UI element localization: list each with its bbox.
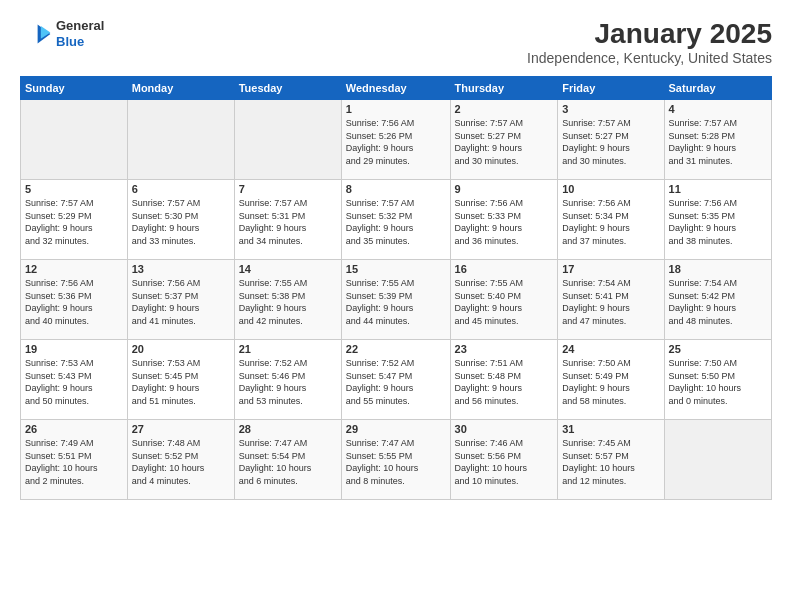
day-number: 30 — [455, 423, 554, 435]
calendar-cell: 13Sunrise: 7:56 AM Sunset: 5:37 PM Dayli… — [127, 260, 234, 340]
day-info: Sunrise: 7:46 AM Sunset: 5:56 PM Dayligh… — [455, 437, 554, 487]
day-number: 4 — [669, 103, 767, 115]
day-number: 26 — [25, 423, 123, 435]
day-number: 24 — [562, 343, 659, 355]
calendar-cell: 3Sunrise: 7:57 AM Sunset: 5:27 PM Daylig… — [558, 100, 664, 180]
calendar-cell: 28Sunrise: 7:47 AM Sunset: 5:54 PM Dayli… — [234, 420, 341, 500]
day-info: Sunrise: 7:56 AM Sunset: 5:37 PM Dayligh… — [132, 277, 230, 327]
day-info: Sunrise: 7:53 AM Sunset: 5:43 PM Dayligh… — [25, 357, 123, 407]
day-number: 15 — [346, 263, 446, 275]
weekday-header-friday: Friday — [558, 77, 664, 100]
calendar-header: SundayMondayTuesdayWednesdayThursdayFrid… — [21, 77, 772, 100]
logo-text: General Blue — [56, 18, 104, 49]
title-section: January 2025 Independence, Kentucky, Uni… — [527, 18, 772, 66]
calendar-cell: 29Sunrise: 7:47 AM Sunset: 5:55 PM Dayli… — [341, 420, 450, 500]
calendar-cell: 30Sunrise: 7:46 AM Sunset: 5:56 PM Dayli… — [450, 420, 558, 500]
calendar-week-1: 5Sunrise: 7:57 AM Sunset: 5:29 PM Daylig… — [21, 180, 772, 260]
calendar-cell: 16Sunrise: 7:55 AM Sunset: 5:40 PM Dayli… — [450, 260, 558, 340]
day-info: Sunrise: 7:51 AM Sunset: 5:48 PM Dayligh… — [455, 357, 554, 407]
calendar-cell: 6Sunrise: 7:57 AM Sunset: 5:30 PM Daylig… — [127, 180, 234, 260]
day-number: 6 — [132, 183, 230, 195]
day-info: Sunrise: 7:55 AM Sunset: 5:40 PM Dayligh… — [455, 277, 554, 327]
day-number: 21 — [239, 343, 337, 355]
calendar-cell: 11Sunrise: 7:56 AM Sunset: 5:35 PM Dayli… — [664, 180, 771, 260]
calendar-cell: 14Sunrise: 7:55 AM Sunset: 5:38 PM Dayli… — [234, 260, 341, 340]
day-info: Sunrise: 7:52 AM Sunset: 5:47 PM Dayligh… — [346, 357, 446, 407]
day-info: Sunrise: 7:57 AM Sunset: 5:27 PM Dayligh… — [455, 117, 554, 167]
day-info: Sunrise: 7:57 AM Sunset: 5:28 PM Dayligh… — [669, 117, 767, 167]
weekday-row: SundayMondayTuesdayWednesdayThursdayFrid… — [21, 77, 772, 100]
day-info: Sunrise: 7:56 AM Sunset: 5:34 PM Dayligh… — [562, 197, 659, 247]
calendar-cell — [234, 100, 341, 180]
day-number: 5 — [25, 183, 123, 195]
day-info: Sunrise: 7:50 AM Sunset: 5:49 PM Dayligh… — [562, 357, 659, 407]
calendar-week-3: 19Sunrise: 7:53 AM Sunset: 5:43 PM Dayli… — [21, 340, 772, 420]
calendar-cell: 12Sunrise: 7:56 AM Sunset: 5:36 PM Dayli… — [21, 260, 128, 340]
subtitle: Independence, Kentucky, United States — [527, 50, 772, 66]
day-number: 16 — [455, 263, 554, 275]
logo-general: General — [56, 18, 104, 34]
day-number: 19 — [25, 343, 123, 355]
day-info: Sunrise: 7:54 AM Sunset: 5:41 PM Dayligh… — [562, 277, 659, 327]
calendar-cell — [127, 100, 234, 180]
weekday-header-saturday: Saturday — [664, 77, 771, 100]
logo-blue: Blue — [56, 34, 104, 50]
logo: General Blue — [20, 18, 104, 50]
calendar-cell — [664, 420, 771, 500]
day-number: 7 — [239, 183, 337, 195]
day-info: Sunrise: 7:57 AM Sunset: 5:31 PM Dayligh… — [239, 197, 337, 247]
day-info: Sunrise: 7:47 AM Sunset: 5:55 PM Dayligh… — [346, 437, 446, 487]
calendar-cell: 22Sunrise: 7:52 AM Sunset: 5:47 PM Dayli… — [341, 340, 450, 420]
header: General Blue January 2025 Independence, … — [20, 18, 772, 66]
day-info: Sunrise: 7:55 AM Sunset: 5:38 PM Dayligh… — [239, 277, 337, 327]
calendar-cell: 17Sunrise: 7:54 AM Sunset: 5:41 PM Dayli… — [558, 260, 664, 340]
day-number: 12 — [25, 263, 123, 275]
logo-icon — [20, 18, 52, 50]
day-info: Sunrise: 7:56 AM Sunset: 5:33 PM Dayligh… — [455, 197, 554, 247]
day-info: Sunrise: 7:55 AM Sunset: 5:39 PM Dayligh… — [346, 277, 446, 327]
calendar-cell: 1Sunrise: 7:56 AM Sunset: 5:26 PM Daylig… — [341, 100, 450, 180]
day-info: Sunrise: 7:57 AM Sunset: 5:32 PM Dayligh… — [346, 197, 446, 247]
day-number: 27 — [132, 423, 230, 435]
calendar-week-4: 26Sunrise: 7:49 AM Sunset: 5:51 PM Dayli… — [21, 420, 772, 500]
calendar-cell: 19Sunrise: 7:53 AM Sunset: 5:43 PM Dayli… — [21, 340, 128, 420]
day-info: Sunrise: 7:56 AM Sunset: 5:35 PM Dayligh… — [669, 197, 767, 247]
day-number: 31 — [562, 423, 659, 435]
weekday-header-monday: Monday — [127, 77, 234, 100]
calendar-cell: 20Sunrise: 7:53 AM Sunset: 5:45 PM Dayli… — [127, 340, 234, 420]
day-info: Sunrise: 7:50 AM Sunset: 5:50 PM Dayligh… — [669, 357, 767, 407]
weekday-header-thursday: Thursday — [450, 77, 558, 100]
day-number: 2 — [455, 103, 554, 115]
day-number: 23 — [455, 343, 554, 355]
day-info: Sunrise: 7:45 AM Sunset: 5:57 PM Dayligh… — [562, 437, 659, 487]
calendar-cell: 5Sunrise: 7:57 AM Sunset: 5:29 PM Daylig… — [21, 180, 128, 260]
calendar-cell: 9Sunrise: 7:56 AM Sunset: 5:33 PM Daylig… — [450, 180, 558, 260]
calendar-cell: 15Sunrise: 7:55 AM Sunset: 5:39 PM Dayli… — [341, 260, 450, 340]
calendar-cell: 8Sunrise: 7:57 AM Sunset: 5:32 PM Daylig… — [341, 180, 450, 260]
day-info: Sunrise: 7:56 AM Sunset: 5:26 PM Dayligh… — [346, 117, 446, 167]
calendar-cell: 23Sunrise: 7:51 AM Sunset: 5:48 PM Dayli… — [450, 340, 558, 420]
calendar-cell — [21, 100, 128, 180]
calendar-cell: 31Sunrise: 7:45 AM Sunset: 5:57 PM Dayli… — [558, 420, 664, 500]
calendar-cell: 2Sunrise: 7:57 AM Sunset: 5:27 PM Daylig… — [450, 100, 558, 180]
weekday-header-sunday: Sunday — [21, 77, 128, 100]
calendar-cell: 4Sunrise: 7:57 AM Sunset: 5:28 PM Daylig… — [664, 100, 771, 180]
day-info: Sunrise: 7:53 AM Sunset: 5:45 PM Dayligh… — [132, 357, 230, 407]
day-info: Sunrise: 7:48 AM Sunset: 5:52 PM Dayligh… — [132, 437, 230, 487]
day-number: 1 — [346, 103, 446, 115]
day-number: 17 — [562, 263, 659, 275]
page: General Blue January 2025 Independence, … — [0, 0, 792, 612]
calendar-cell: 25Sunrise: 7:50 AM Sunset: 5:50 PM Dayli… — [664, 340, 771, 420]
day-number: 22 — [346, 343, 446, 355]
day-number: 10 — [562, 183, 659, 195]
day-info: Sunrise: 7:56 AM Sunset: 5:36 PM Dayligh… — [25, 277, 123, 327]
calendar-cell: 24Sunrise: 7:50 AM Sunset: 5:49 PM Dayli… — [558, 340, 664, 420]
day-info: Sunrise: 7:49 AM Sunset: 5:51 PM Dayligh… — [25, 437, 123, 487]
day-number: 29 — [346, 423, 446, 435]
calendar-table: SundayMondayTuesdayWednesdayThursdayFrid… — [20, 76, 772, 500]
day-number: 25 — [669, 343, 767, 355]
calendar-cell: 18Sunrise: 7:54 AM Sunset: 5:42 PM Dayli… — [664, 260, 771, 340]
main-title: January 2025 — [527, 18, 772, 50]
calendar-body: 1Sunrise: 7:56 AM Sunset: 5:26 PM Daylig… — [21, 100, 772, 500]
day-info: Sunrise: 7:57 AM Sunset: 5:29 PM Dayligh… — [25, 197, 123, 247]
